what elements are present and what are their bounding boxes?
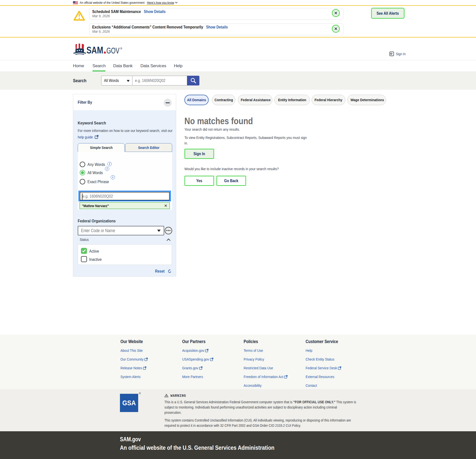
svg-text:SAM: SAM [86,45,103,55]
svg-text:®: ® [120,47,122,50]
svg-text:GOV: GOV [106,46,119,55]
